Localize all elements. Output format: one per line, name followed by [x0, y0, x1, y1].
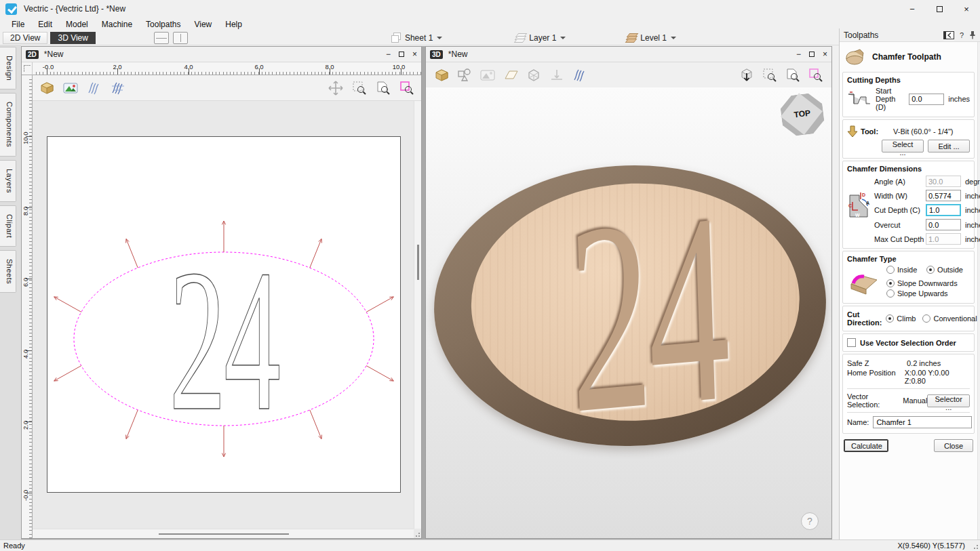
toolpath-drawing-icon[interactable]: [109, 79, 127, 97]
3d-view-toolbar: [426, 63, 831, 87]
design-number-text[interactable]: 24: [169, 239, 278, 442]
layer-selector[interactable]: Layer 1: [515, 33, 566, 43]
view-2d-button[interactable]: 2D View: [3, 32, 47, 44]
2d-close-button[interactable]: ×: [412, 49, 417, 59]
sidebar-tab-sheets[interactable]: Sheets: [0, 250, 16, 293]
zoom-box-icon[interactable]: [351, 79, 368, 97]
set-view-down-icon[interactable]: [738, 66, 756, 84]
angle-unit: degrees: [965, 178, 980, 186]
window-resize-grip[interactable]: [971, 542, 979, 550]
sidebar-tab-layers[interactable]: Layers: [0, 160, 16, 202]
resize-grip-icon[interactable]: [414, 531, 420, 537]
dock-panel-icon[interactable]: [943, 31, 954, 39]
chamfer-type-heading: Chamfer Type: [847, 255, 970, 263]
cut-depth-input[interactable]: [926, 204, 961, 216]
width-input[interactable]: [926, 190, 961, 201]
chamfer-dimensions-group: Chamfer Dimensions D C W A Angle (A) deg…: [842, 161, 975, 249]
3d-viewport[interactable]: 24 TOP ?: [426, 87, 831, 538]
sidebar-tab-design[interactable]: Design: [0, 47, 16, 89]
3d-maximize-button[interactable]: [809, 52, 815, 57]
slope-downwards-radio[interactable]: [886, 279, 895, 287]
zoom-box-icon[interactable]: [761, 66, 779, 84]
viewport-help-button[interactable]: ?: [801, 512, 819, 530]
split-horizontal-icon[interactable]: [154, 32, 169, 44]
3d-minimize-button[interactable]: −: [796, 49, 801, 59]
calculate-button[interactable]: Calculate: [844, 439, 888, 452]
drill-origin-icon[interactable]: [548, 66, 566, 84]
2d-vertical-scrollbar[interactable]: [414, 101, 421, 529]
3d-close-button[interactable]: ×: [823, 49, 827, 59]
close-button[interactable]: ×: [953, 0, 980, 18]
ruler-label: 8.0: [325, 63, 334, 70]
name-label: Name:: [847, 418, 869, 426]
menu-file[interactable]: File: [5, 18, 31, 30]
zoom-fit-icon[interactable]: [374, 79, 392, 97]
slope-upwards-radio[interactable]: [886, 289, 895, 298]
zoom-selection-icon[interactable]: [398, 79, 416, 97]
view-3d-button[interactable]: 3D View: [50, 32, 95, 44]
sheet-selector[interactable]: Sheet 1: [391, 33, 442, 43]
ruler-label: -0.0: [22, 490, 29, 501]
menu-help[interactable]: Help: [219, 18, 248, 30]
chamfer-toolpath-header: Chamfer Toolpath: [841, 44, 976, 70]
menu-model[interactable]: Model: [60, 18, 94, 30]
draw-vectors-icon[interactable]: [456, 66, 473, 84]
main-toolbar: 2D View 3D View Sheet 1 Layer 1 Level 1: [0, 30, 980, 45]
selector-button[interactable]: Selector ...: [927, 394, 970, 407]
ruler-label: 6.0: [22, 278, 29, 287]
sidebar-tabstrip: Design Components Layers Clipart Sheets: [0, 45, 21, 539]
inside-label: Inside: [897, 266, 920, 274]
material-plane-icon[interactable]: [502, 66, 520, 84]
view-orientation-cube[interactable]: TOP: [777, 90, 827, 139]
pin-panel-icon[interactable]: [969, 30, 976, 39]
outside-radio[interactable]: [926, 266, 935, 274]
scrollbar-thumb[interactable]: [159, 533, 289, 535]
2d-window-titlebar[interactable]: 2D *New − ×: [22, 47, 421, 62]
image-disabled-icon[interactable]: [479, 66, 496, 84]
scrollbar-thumb[interactable]: [417, 245, 419, 280]
2d-maximize-button[interactable]: [399, 52, 404, 57]
menu-machine[interactable]: Machine: [96, 18, 138, 30]
2d-canvas-area[interactable]: 24: [33, 75, 421, 538]
start-depth-input[interactable]: [909, 94, 944, 105]
width-label: Width (W): [874, 192, 926, 200]
toolpath-name-input[interactable]: [873, 416, 972, 428]
ruler-label: 2.0: [22, 421, 29, 430]
menu-toolpaths[interactable]: Toolpaths: [140, 18, 187, 30]
background-image-icon[interactable]: [62, 79, 79, 97]
zoom-fit-icon[interactable]: [784, 66, 802, 84]
material-block-icon[interactable]: [38, 79, 56, 97]
panel-help-icon[interactable]: ?: [960, 31, 964, 39]
menu-edit[interactable]: Edit: [32, 18, 58, 30]
split-vertical-icon[interactable]: [173, 32, 188, 44]
wireframe-cube-icon[interactable]: [525, 66, 543, 84]
2d-minimize-button[interactable]: −: [386, 49, 391, 59]
overcut-unit: inches: [965, 221, 980, 229]
zoom-selection-icon[interactable]: [807, 66, 825, 84]
maximize-button[interactable]: [926, 0, 953, 18]
home-position-value: X:0.00 Y:0.00 Z:0.80: [905, 369, 970, 385]
toolpath-preview-icon[interactable]: [571, 66, 589, 84]
close-panel-button[interactable]: Close: [934, 439, 973, 452]
inside-radio[interactable]: [886, 266, 895, 274]
window-3d-view: 3D *New − ×: [425, 46, 832, 539]
sidebar-tab-clipart[interactable]: Clipart: [0, 205, 16, 247]
menu-view[interactable]: View: [188, 18, 218, 30]
level-selector[interactable]: Level 1: [627, 33, 676, 43]
climb-radio[interactable]: [886, 314, 894, 323]
overcut-input[interactable]: [926, 219, 961, 230]
sidebar-tab-components[interactable]: Components: [0, 93, 16, 156]
3d-window-titlebar[interactable]: 3D *New − ×: [426, 47, 831, 62]
conventional-radio[interactable]: [922, 314, 930, 323]
2d-horizontal-scrollbar[interactable]: [33, 529, 414, 538]
tool-edit-button[interactable]: Edit ...: [928, 140, 970, 152]
vector-order-checkbox[interactable]: [847, 338, 856, 347]
cutting-depths-heading: Cutting Depths: [847, 76, 970, 84]
panel-scrollbar[interactable]: [977, 42, 980, 539]
toolpath-preview-icon[interactable]: [85, 79, 103, 97]
tool-select-button[interactable]: Select ...: [882, 140, 924, 152]
pan-icon[interactable]: [327, 79, 345, 97]
cut-direction-label: Cut Direction:: [847, 310, 882, 327]
material-block-icon[interactable]: [433, 66, 450, 84]
minimize-button[interactable]: −: [899, 0, 926, 18]
